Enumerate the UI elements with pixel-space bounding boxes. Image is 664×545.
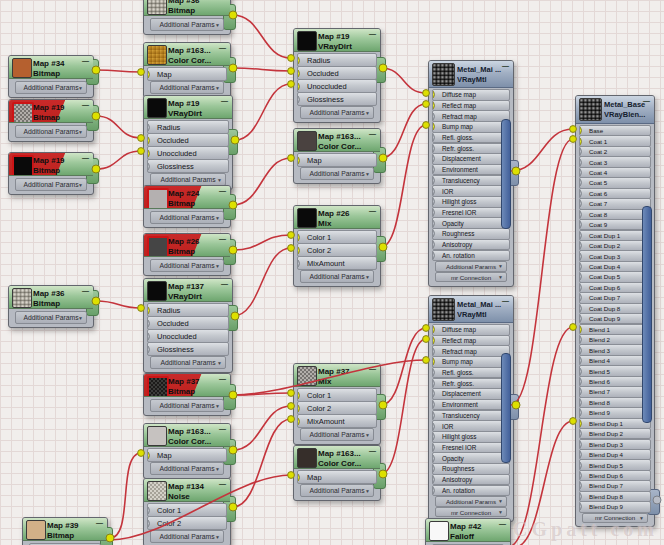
material-preview-thumbnail[interactable]: [147, 188, 169, 209]
input-slot-bump-map[interactable]: Bump map: [432, 121, 510, 133]
material-preview-thumbnail[interactable]: [12, 58, 32, 78]
node-mix26[interactable]: Map #26Mix—Color 1Color 2MixAmountAdditi…: [293, 205, 381, 287]
input-slot-blend-dup-9[interactable]: Blend Dup 9: [579, 501, 651, 512]
node-map24[interactable]: Map #24Bitmap—Additional Params▼: [143, 185, 231, 228]
node-header[interactable]: Map #19Bitmap—: [9, 100, 93, 123]
collapse-icon[interactable]: —: [499, 520, 506, 527]
wire-cc163d.out-to-mtl2.Reflect map[interactable]: [381, 339, 426, 474]
material-preview-thumbnail[interactable]: [429, 521, 449, 541]
material-preview-thumbnail[interactable]: [297, 448, 317, 468]
wire-dirt19.out-to-dirt19c.Unoccluded[interactable]: [235, 84, 291, 140]
node-header[interactable]: Map #26Mix—: [294, 206, 380, 229]
node-cc163a[interactable]: Map #163...Color Cor...—MapAdditional Pa…: [143, 42, 231, 98]
input-slot-blend-9[interactable]: Blend 9: [579, 407, 651, 418]
wire-dirt137.out-to-mix26.Color 2[interactable]: [233, 248, 291, 316]
node-cc163c[interactable]: Map #163...Color Cor...—MapAdditional Pa…: [293, 128, 381, 184]
wire-map19b.out-to-dirt19.Unoccluded[interactable]: [96, 151, 141, 169]
node-header[interactable]: Map #19VRayDirt—: [294, 29, 380, 52]
material-preview-thumbnail[interactable]: [147, 426, 167, 446]
node-scrollbar[interactable]: [642, 206, 652, 423]
input-slot-map[interactable]: Map: [147, 67, 227, 81]
collapse-icon[interactable]: —: [369, 30, 376, 37]
material-preview-thumbnail[interactable]: [147, 481, 167, 501]
wire-mix37.out-to-mtl2.Diffuse map[interactable]: [381, 328, 426, 405]
node-map39[interactable]: Map #39Bitmap—Additional Params▼: [22, 517, 108, 545]
input-slot-glossiness[interactable]: Glossiness: [147, 342, 229, 356]
input-slot-bump-map[interactable]: Bump map: [432, 356, 510, 368]
dropdown-arrow-icon[interactable]: ▼: [498, 509, 503, 515]
node-map36b[interactable]: Map #36Bitmap—Additional Params▼: [143, 0, 231, 35]
material-preview-thumbnail[interactable]: [12, 288, 32, 308]
node-dirt19[interactable]: Map #19VRayDirt—RadiusOccludedUnoccluded…: [143, 95, 233, 190]
wire-cc163c.out-to-mtl1.Reflect map[interactable]: [381, 104, 426, 158]
node-mtl1[interactable]: Metal_Mai ...VRayMtl—Diffuse mapReflect …: [428, 60, 514, 287]
material-preview-thumbnail[interactable]: [297, 31, 317, 51]
collapse-icon[interactable]: —: [219, 0, 226, 1]
node-blend[interactable]: Metal_BaseVRayBlen...—BaseCoat 1Coat 2Co…: [575, 95, 655, 527]
rollout-additional-params[interactable]: Additional Params▼: [15, 178, 87, 191]
input-slot-anisotropy[interactable]: Anisotropy: [432, 474, 510, 486]
dropdown-arrow-icon[interactable]: ▼: [215, 22, 220, 28]
collapse-icon[interactable]: —: [219, 425, 226, 432]
dropdown-arrow-icon[interactable]: ▼: [215, 534, 220, 540]
wire-map19a.out-to-dirt19.Occluded[interactable]: [96, 116, 141, 138]
node-header[interactable]: Map #34Bitmap—: [9, 56, 93, 79]
node-header[interactable]: Map #163...Color Cor...—: [294, 446, 380, 469]
input-slot-blend-7[interactable]: Blend 7: [579, 386, 651, 397]
rollout-additional-params[interactable]: Additional Params▼: [15, 125, 87, 138]
input-slot-coat-9[interactable]: Coat 9: [579, 219, 651, 230]
input-slot-occluded[interactable]: Occluded: [297, 66, 377, 80]
node-header[interactable]: Map #42Falloff—: [426, 519, 510, 542]
input-slot-diffuse-map[interactable]: Diffuse map: [432, 89, 510, 101]
collapse-icon[interactable]: —: [219, 44, 226, 51]
dropdown-arrow-icon[interactable]: ▼: [365, 488, 370, 494]
wire-map24.out-to-cc163c.Map[interactable]: [233, 158, 291, 205]
collapse-icon[interactable]: —: [221, 97, 228, 104]
dropdown-arrow-icon[interactable]: ▼: [215, 215, 220, 221]
node-map26a[interactable]: Map #26Bitmap—Additional Params▼: [143, 233, 231, 276]
wire-map36a.out-to-dirt137.Radius[interactable]: [96, 301, 141, 308]
dropdown-arrow-icon[interactable]: ▼: [215, 263, 220, 269]
node-map36a[interactable]: Map #36Bitmap—Additional Params▼: [8, 285, 94, 328]
rollout-additional-params[interactable]: Additional Params▼: [150, 18, 224, 31]
dropdown-arrow-icon[interactable]: ▼: [78, 129, 83, 135]
node-header[interactable]: Map #19VRayDirt—: [144, 96, 232, 119]
collapse-icon[interactable]: —: [219, 375, 226, 382]
input-slot-unoccluded[interactable]: Unoccluded: [297, 79, 377, 93]
collapse-icon[interactable]: —: [219, 480, 226, 487]
collapse-icon[interactable]: —: [82, 57, 89, 64]
input-slot-unoccluded[interactable]: Unoccluded: [147, 329, 229, 343]
input-slot-coat-dup-7[interactable]: Coat Dup 7: [579, 292, 651, 303]
rollout-additional-params[interactable]: Additional Params▼: [300, 106, 374, 119]
material-preview-thumbnail[interactable]: [12, 155, 34, 176]
node-cc163b[interactable]: Map #163...Color Cor...—MapAdditional Pa…: [143, 423, 231, 479]
input-slot-hilight-gloss[interactable]: Hilight gloss: [432, 196, 510, 208]
node-falloff42[interactable]: Map #42Falloff—Additional Params▼: [425, 518, 511, 545]
dropdown-arrow-icon[interactable]: ▼: [498, 263, 503, 269]
input-slot-color-1[interactable]: Color 1: [297, 388, 377, 402]
node-dirt137[interactable]: Map #137VRayDirt—RadiusOccludedUnocclude…: [143, 278, 233, 373]
rollout-additional-params[interactable]: Additional Params▼: [150, 81, 224, 94]
collapse-icon[interactable]: —: [82, 101, 89, 108]
input-slot-unoccluded[interactable]: Unoccluded: [147, 146, 229, 160]
node-header[interactable]: Map #137VRayDirt—: [144, 279, 232, 302]
dropdown-arrow-icon[interactable]: ▼: [365, 110, 370, 116]
collapse-icon[interactable]: —: [82, 154, 89, 161]
rollout-mr-connection[interactable]: mr Connection▼: [435, 272, 507, 283]
input-slot-blend-dup-7[interactable]: Blend Dup 7: [579, 480, 651, 491]
dropdown-arrow-icon[interactable]: ▼: [215, 466, 220, 472]
node-mtl2[interactable]: Metal_Mai ...VRayMtl—Diffuse mapReflect …: [428, 295, 514, 522]
node-map37a[interactable]: Map #37Bitmap—Additional Params▼: [143, 373, 231, 416]
input-slot-an-rotation[interactable]: An. rotation: [432, 485, 510, 497]
wire-map34.out-to-cc163a.Map[interactable]: [96, 70, 141, 72]
node-header[interactable]: Map #26Bitmap—: [144, 234, 230, 257]
wire-map26a.out-to-mix26.Color 1[interactable]: [233, 235, 291, 250]
dropdown-arrow-icon[interactable]: ▼: [78, 315, 83, 321]
material-preview-thumbnail[interactable]: [432, 63, 455, 86]
node-map19b[interactable]: Map #19Bitmap—Additional Params▼: [8, 152, 94, 195]
input-slot-map[interactable]: Map: [297, 470, 377, 484]
wire-falloff42.out-to-blend.Blend 1[interactable]: [508, 327, 573, 545]
dropdown-arrow-icon[interactable]: ▼: [365, 432, 370, 438]
rollout-additional-params[interactable]: Additional Params▼: [300, 484, 374, 497]
dropdown-arrow-icon[interactable]: ▼: [365, 171, 370, 177]
